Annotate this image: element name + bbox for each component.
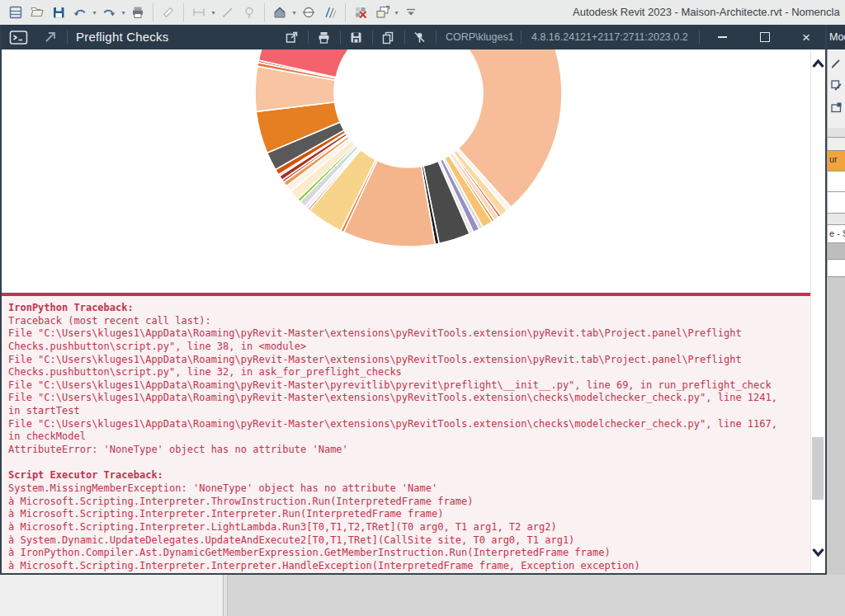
save-icon[interactable]	[348, 30, 363, 45]
save-icon[interactable]	[50, 2, 68, 22]
toolbar-separator	[264, 3, 265, 21]
undo-icon[interactable]	[71, 2, 89, 22]
default-3d-view-icon[interactable]	[271, 2, 289, 22]
traceback-line: in startTest	[8, 405, 810, 418]
traceback-line: in checkModel	[8, 430, 810, 444]
close-hidden-windows-icon[interactable]	[352, 2, 370, 22]
background-table-row[interactable]	[827, 172, 845, 192]
canvas-area-left	[0, 575, 223, 616]
background-panel-tools	[827, 49, 845, 128]
background-table-row[interactable]	[827, 214, 845, 225]
redo-dropdown-icon[interactable]: ▾	[120, 9, 127, 16]
open-icon[interactable]	[28, 2, 46, 22]
background-right-panel: Moc ure - S	[827, 25, 845, 616]
undo-dropdown-icon[interactable]: ▾	[91, 9, 98, 16]
revit-quick-access-toolbar: ▾ ▾ ▾ ▾	[0, 0, 845, 25]
canvas-area-right	[228, 575, 845, 616]
traceback-line: Traceback (most recent call last):	[8, 315, 810, 328]
traceback-line: à Microsoft.Scripting.Interpreter.LightL…	[8, 521, 810, 534]
traceback-line	[8, 457, 810, 470]
dialog-body: IronPython Traceback:Traceback (most rec…	[2, 49, 825, 573]
switch-windows-icon[interactable]	[373, 2, 391, 22]
open-external-icon[interactable]	[284, 30, 299, 45]
traceback-panel[interactable]: IronPython Traceback:Traceback (most rec…	[2, 296, 810, 573]
dimension-dropdown-icon[interactable]: ▾	[210, 9, 217, 16]
traceback-line: File "C:\Users\kluges1\AppData\Roaming\p…	[8, 418, 810, 431]
scrollbar-thumb[interactable]	[812, 437, 824, 500]
traceback-line: AttributeError: 'NoneType' object has no…	[8, 444, 810, 457]
revit-window-title: Autodesk Revit 2023 - Maison-Architecte.…	[573, 0, 845, 25]
model-line-icon[interactable]	[219, 2, 237, 22]
background-table-cell[interactable]: e - S	[827, 225, 845, 243]
traceback-line: File "C:\Users\kluges1\AppData\Roaming\p…	[8, 379, 810, 393]
traceback-line: Checks.pushbutton\script.py", line 32, i…	[8, 366, 810, 379]
dialog-title: Preflight Checks	[76, 25, 168, 49]
traceback-line: à System.Dynamic.UpdateDelegates.UpdateA…	[8, 534, 810, 548]
terminal-icon	[9, 30, 28, 45]
close-button[interactable]: ×	[792, 25, 820, 49]
maximize-button[interactable]	[751, 25, 779, 49]
traceback-line: Script Executor Traceback:	[8, 469, 810, 482]
project-browser-icon[interactable]	[7, 2, 25, 22]
redo-icon[interactable]	[100, 2, 118, 22]
duplicate-edit-icon[interactable]	[829, 75, 844, 95]
toolbar-separator	[153, 3, 153, 21]
minimize-button[interactable]	[708, 25, 736, 49]
background-table-row[interactable]	[827, 128, 845, 138]
toolbar-separator	[345, 3, 346, 21]
traceback-line: File "C:\Users\kluges1\AppData\Roaming\p…	[8, 392, 810, 405]
aligned-dimension-icon[interactable]	[190, 2, 208, 22]
preflight-checks-dialog: Preflight Checks CORP\kluges1	[0, 25, 827, 575]
traceback-line: Checks.pushbutton\script.py", line 38, i…	[8, 341, 810, 354]
screen: ▾ ▾ ▾ ▾	[0, 0, 845, 616]
background-table-cell[interactable]: ur	[827, 151, 845, 172]
traceback-line: à Microsoft.Scripting.Interpreter.ThrowI…	[8, 496, 810, 509]
traceback-line: File "C:\Users\kluges1\AppData\Roaming\p…	[8, 327, 810, 341]
3d-view-dropdown-icon[interactable]: ▾	[290, 9, 298, 16]
background-table-row[interactable]	[827, 138, 845, 151]
donut-chart	[249, 49, 568, 252]
background-bottom-strip	[0, 575, 845, 616]
scroll-up-icon[interactable]	[811, 58, 825, 69]
scroll-down-icon[interactable]	[811, 547, 825, 558]
open-in-window-arrow-icon[interactable]	[43, 30, 58, 45]
traceback-line: à Microsoft.Scripting.Interpreter.Interp…	[8, 508, 810, 521]
logged-in-user: CORP\kluges1	[446, 25, 514, 49]
print-icon[interactable]	[316, 30, 331, 45]
toolbar-separator	[183, 3, 184, 21]
image-export-icon[interactable]	[829, 97, 844, 117]
background-table-row[interactable]	[827, 243, 845, 260]
traceback-line: IronPython Traceback:	[8, 302, 810, 315]
pyrevit-version: 4.8.16.24121+2117:2711:2023.0.2	[531, 25, 688, 49]
traceback-line: File "C:\Users\kluges1\AppData\Roaming\p…	[8, 354, 810, 367]
unpin-icon[interactable]	[412, 30, 427, 45]
traceback-line: System.MissingMemberException: 'NoneType…	[8, 482, 810, 496]
customize-qat-icon[interactable]	[402, 2, 420, 22]
thin-lines-icon[interactable]	[321, 2, 339, 22]
background-table-row[interactable]	[827, 260, 845, 277]
dialog-titlebar[interactable]: Preflight Checks CORP\kluges1	[2, 25, 825, 49]
copy-icon[interactable]	[380, 30, 395, 45]
background-table-row[interactable]	[827, 192, 845, 214]
pencil-icon[interactable]	[829, 53, 844, 73]
switch-windows-dropdown-icon[interactable]: ▾	[393, 9, 400, 16]
print-icon[interactable]	[129, 2, 147, 22]
tag-icon[interactable]	[240, 2, 258, 22]
background-panel-header: Moc	[827, 25, 845, 49]
section-icon[interactable]	[300, 2, 318, 22]
traceback-line: à Microsoft.Scripting.Interpreter.Interp…	[8, 560, 810, 573]
traceback-line: à IronPython.Compiler.Ast.DynamicGetMemb…	[8, 547, 810, 560]
measure-icon[interactable]	[159, 2, 177, 22]
